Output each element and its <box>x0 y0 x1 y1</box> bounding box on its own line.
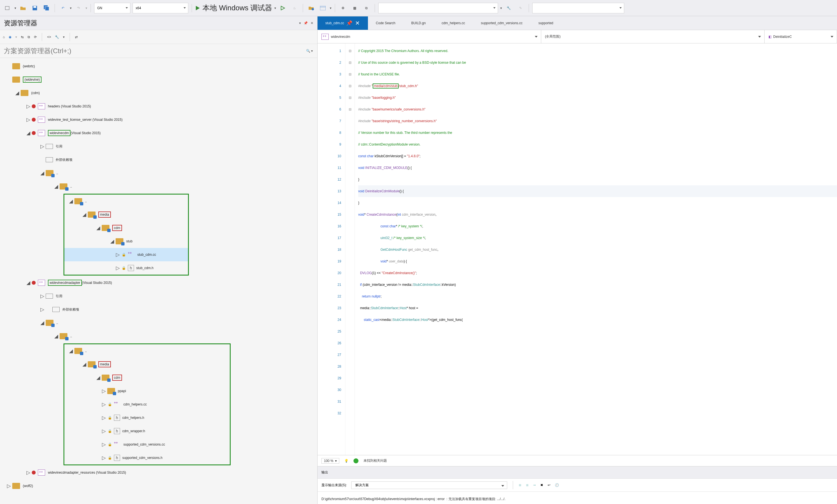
tree-ref1[interactable]: 引用 <box>56 144 63 149</box>
out-goto-icon[interactable]: ➟ <box>533 483 536 487</box>
solution-tree[interactable]: (webrtc) (widevine) ◢(cdm) ▷headers (Vis… <box>0 58 317 504</box>
tree-cdm1[interactable]: cdm <box>112 225 122 231</box>
search-icon[interactable]: 🔍 ▾ <box>306 49 313 53</box>
start-without-debug-icon[interactable] <box>278 3 288 13</box>
tree-ext2[interactable]: 外部依赖项 <box>63 307 79 312</box>
tree-d1[interactable]: .. <box>56 171 58 175</box>
lock-icon: 🔒 <box>121 253 126 257</box>
tab-stub-cdm[interactable]: stub_cdm.cc📌✕ <box>318 16 368 30</box>
close-icon[interactable]: ✕ <box>310 21 313 25</box>
open-icon[interactable] <box>18 3 28 13</box>
solution-config-combo[interactable]: GN <box>94 3 130 13</box>
zoom-combo[interactable]: 100 %▾ <box>321 458 339 464</box>
nav-project[interactable]: widevinecdm <box>318 30 541 43</box>
sync-icon[interactable]: ⇆ <box>21 35 24 39</box>
lock-icon: 🔒 <box>121 266 126 270</box>
tree-d4[interactable]: .. <box>56 321 58 325</box>
stack-icon[interactable]: ⧉ <box>362 3 371 13</box>
tree-res[interactable]: widevinecdmadapter_resources (Visual Stu… <box>48 471 126 474</box>
tree-wvcdm[interactable]: widevinecdm <box>50 131 69 135</box>
tree-wrapper-h[interactable]: cdm_wrapper.h <box>122 429 145 433</box>
tree-ppapi[interactable]: ppapi <box>118 389 126 393</box>
tree-media1[interactable]: media <box>98 211 111 218</box>
out-indent-icon[interactable]: ≣ <box>519 483 521 487</box>
output-src-label: 显示输出来源(S): <box>321 483 347 488</box>
start-debug-button[interactable]: 本地 Windows 调试器 ▾ <box>195 3 276 13</box>
tree-cdm2[interactable]: cdm <box>112 375 122 381</box>
out-wrap-icon[interactable]: ↩ <box>548 483 550 487</box>
undo-icon[interactable]: ↶ <box>58 3 68 13</box>
tree-ref2[interactable]: 引用 <box>56 294 63 299</box>
ok-icon <box>354 459 358 463</box>
tree-headers[interactable]: headers (Visual Studio 2015) <box>48 104 91 108</box>
pin-icon[interactable]: 📌 <box>346 20 352 26</box>
save-icon[interactable] <box>30 3 39 13</box>
tree-d5[interactable]: .. <box>70 334 72 338</box>
nav-scope[interactable]: (全局范围) <box>541 30 765 43</box>
output-source-combo[interactable]: 解决方案 <box>351 482 507 489</box>
dropdown-icon[interactable]: ▾ <box>299 21 301 25</box>
copy-icon[interactable]: ⧉ <box>28 35 30 39</box>
quick-launch-combo[interactable] <box>378 3 498 13</box>
tree-media2[interactable]: media <box>98 361 111 367</box>
out-clear-icon[interactable]: ✖ <box>540 483 543 487</box>
code-area[interactable]: // Copyright 2015 The Chromium Authors. … <box>355 43 837 455</box>
tree-sup-h[interactable]: supported_cdm_versions.h <box>122 456 162 460</box>
tool1-icon[interactable]: 🔧 <box>504 3 514 13</box>
tree-stub-h[interactable]: stub_cdm.h <box>136 266 154 270</box>
out-indent2-icon[interactable]: ≣ <box>526 483 529 487</box>
tab-supported2[interactable]: supported <box>531 16 561 30</box>
svg-point-5 <box>312 8 314 10</box>
refresh-icon[interactable]: ⟳ <box>34 35 37 39</box>
tree-d6[interactable]: .. <box>85 349 87 353</box>
tree-stub-cc[interactable]: stub_cdm.cc <box>137 253 156 257</box>
platform-combo[interactable]: x64 <box>132 3 188 13</box>
process-icon[interactable]: ⚙ <box>338 3 348 13</box>
tree-webrtc[interactable]: (webrtc) <box>23 64 35 68</box>
new-project-icon[interactable] <box>3 3 12 13</box>
tab-buildgn[interactable]: BUILD.gn <box>403 16 434 30</box>
hotreload-icon[interactable]: ♨ <box>290 3 299 13</box>
out-time-icon[interactable]: 🕘 <box>555 483 559 487</box>
browse-icon[interactable] <box>306 3 316 13</box>
tree-d2[interactable]: .. <box>70 185 72 188</box>
tree-adapter[interactable]: widevinecdmadapter <box>50 281 80 285</box>
platform-value: x64 <box>136 6 141 10</box>
nav-func[interactable]: ◧DeinitializeC <box>765 30 837 43</box>
explorer-search-input[interactable] <box>4 47 313 55</box>
close-icon[interactable]: ✕ <box>355 20 360 26</box>
tree-licsrv[interactable]: widevine_test_license_server (Visual Stu… <box>48 118 123 122</box>
threads-icon[interactable]: ▦ <box>350 3 360 13</box>
tree-sup-cc[interactable]: supported_cdm_versions.cc <box>123 443 165 446</box>
redo-icon[interactable]: ↷ <box>74 3 83 13</box>
window-icon[interactable] <box>318 3 327 13</box>
debug-label: 本地 Windows 调试器 <box>202 3 272 13</box>
tree-d3[interactable]: .. <box>85 199 87 203</box>
svg-rect-0 <box>5 6 9 10</box>
tool2-icon[interactable]: ✎ <box>516 3 525 13</box>
props-icon[interactable]: 🔧 <box>55 35 59 39</box>
code-icon[interactable]: <> <box>47 35 51 39</box>
tree-woff2[interactable]: (woff2) <box>23 484 33 488</box>
tree-helpers-h[interactable]: cdm_helpers.h <box>122 416 144 420</box>
tree-stub[interactable]: stub <box>126 239 132 243</box>
tree-ext1[interactable]: 外部依赖项 <box>56 157 72 162</box>
pin-icon[interactable]: 📌 <box>304 21 308 25</box>
fold-column[interactable]: ⊟⊟⊟⊟⊟⊟ <box>345 43 355 455</box>
editor-tabs: stub_cdm.cc📌✕ Code Search BUILD.gn cdm_h… <box>318 16 837 30</box>
search-combo[interactable] <box>532 3 624 13</box>
solution-explorer-panel: 资源管理器 ▾ 📌 ✕ ⌂ ◉▾ ⇆ ⧉ ⟳ <> 🔧▾ ⇄ <box>0 16 318 504</box>
tree-cdm[interactable]: (cdm) <box>31 91 40 95</box>
tab-supported[interactable]: supported_cdm_versions.cc <box>473 16 530 30</box>
tab-codesearch[interactable]: Code Search <box>368 16 403 30</box>
tree-widevine[interactable]: (widevine) <box>23 76 41 83</box>
save-all-icon[interactable] <box>42 3 51 13</box>
tree-helpers-cc[interactable]: cdm_helpers.cc <box>123 403 147 406</box>
collapse-icon[interactable]: ⇄ <box>75 35 78 39</box>
output-body[interactable]: D:\git\chromium57\src\out\57DebugX64\obj… <box>318 492 837 504</box>
code-editor[interactable]: 1234567891011121314151617181920212223242… <box>318 43 837 455</box>
back-icon[interactable]: ◉ <box>8 35 12 39</box>
home-icon[interactable]: ⌂ <box>3 35 5 39</box>
lightbulb-icon[interactable]: 💡 <box>344 459 349 463</box>
tab-helpers[interactable]: cdm_helpers.cc <box>434 16 473 30</box>
